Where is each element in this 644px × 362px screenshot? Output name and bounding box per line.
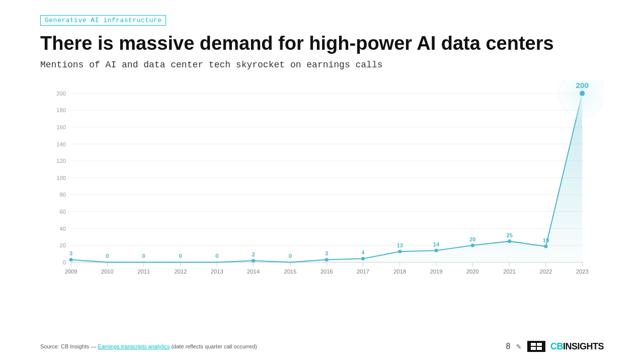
label-2016: 3 — [325, 250, 328, 256]
dot-2023 — [580, 90, 585, 96]
svg-text:2017: 2017 — [357, 268, 369, 275]
label-2021: 25 — [506, 232, 512, 238]
svg-text:2021: 2021 — [503, 268, 516, 275]
logo-box-icon — [527, 341, 545, 352]
source-link[interactable]: Earnings transcripts analytics — [98, 343, 170, 349]
svg-text:100: 100 — [56, 174, 66, 180]
svg-text:2010: 2010 — [101, 268, 114, 275]
svg-text:20: 20 — [59, 242, 65, 248]
dot-2018 — [398, 249, 401, 253]
svg-text:2020: 2020 — [466, 268, 479, 275]
dot-2009 — [69, 258, 73, 261]
logo-text: CBINSIGHTS — [550, 341, 604, 352]
dot-2014 — [252, 259, 255, 262]
label-2022: 19 — [543, 237, 549, 243]
dot-2016 — [325, 258, 329, 261]
footer: Source: CB Insights — Earnings transcrip… — [40, 341, 604, 352]
svg-text:160: 160 — [56, 124, 66, 130]
svg-text:2014: 2014 — [247, 268, 260, 275]
svg-text:0: 0 — [63, 259, 66, 265]
divider-slash: ✎ — [516, 341, 521, 351]
svg-rect-56 — [537, 347, 542, 350]
svg-text:180: 180 — [56, 107, 66, 113]
svg-text:200: 200 — [56, 90, 66, 96]
svg-text:2013: 2013 — [211, 268, 223, 275]
label-2010: 0 — [106, 253, 109, 259]
dot-2022 — [544, 244, 547, 248]
svg-text:60: 60 — [59, 209, 65, 215]
svg-text:80: 80 — [59, 192, 65, 198]
svg-text:2022: 2022 — [540, 268, 552, 275]
label-2017: 4 — [361, 249, 365, 255]
label-2023-highlight: 200 — [576, 81, 588, 89]
label-2015: 0 — [289, 253, 292, 259]
svg-text:140: 140 — [56, 141, 66, 147]
svg-text:2012: 2012 — [175, 268, 187, 275]
page-container: Generative AI infrastructure There is ma… — [0, 0, 644, 362]
svg-text:2015: 2015 — [284, 268, 296, 275]
svg-text:120: 120 — [56, 158, 66, 164]
main-title: There is massive demand for high-power A… — [40, 33, 604, 55]
logo-cb: CB — [550, 341, 563, 351]
svg-rect-55 — [531, 347, 536, 350]
page-number: 8 — [506, 342, 510, 351]
dot-2021 — [508, 239, 511, 243]
chart-svg: 200 180 160 140 120 100 80 60 40 20 0 — [40, 80, 604, 296]
dot-2017 — [361, 257, 365, 260]
source-citation: Source: CB Insights — Earnings transcrip… — [40, 343, 257, 349]
dot-2019 — [434, 248, 438, 252]
label-2018: 13 — [397, 242, 403, 248]
label-2009: 3 — [69, 250, 72, 256]
svg-text:2009: 2009 — [65, 268, 77, 275]
chart-area: 200 180 160 140 120 100 80 60 40 20 0 — [40, 80, 604, 296]
label-2012: 0 — [179, 253, 182, 259]
svg-text:2018: 2018 — [393, 268, 406, 275]
label-2020: 20 — [469, 236, 475, 242]
logo-insights: INSIGHTS — [563, 341, 604, 351]
svg-text:2023: 2023 — [576, 268, 589, 275]
svg-rect-54 — [537, 343, 542, 346]
svg-text:2019: 2019 — [430, 268, 443, 275]
svg-text:40: 40 — [59, 225, 65, 231]
dot-2020 — [471, 243, 474, 247]
svg-text:2011: 2011 — [137, 268, 150, 275]
svg-rect-53 — [531, 343, 536, 346]
subtitle: Mentions of AI and data center tech skyr… — [40, 60, 604, 70]
label-2019: 14 — [433, 241, 440, 247]
logo-area: 8 ✎ CBINSIGHTS — [506, 341, 604, 352]
label-2011: 0 — [142, 253, 145, 259]
svg-text:2016: 2016 — [320, 268, 333, 275]
category-tag: Generative AI infrastructure — [40, 15, 166, 26]
label-2014: 2 — [252, 251, 255, 257]
label-2013: 0 — [215, 253, 218, 259]
